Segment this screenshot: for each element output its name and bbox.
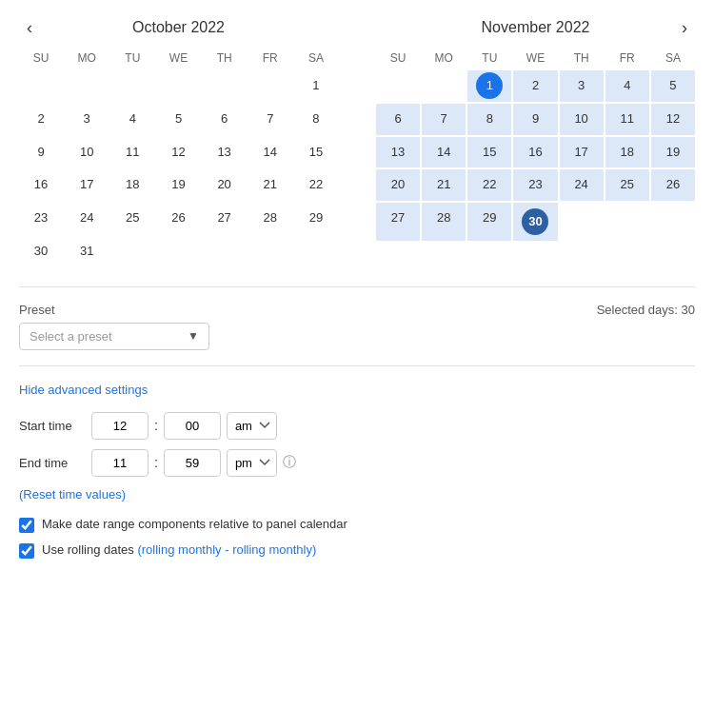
day-cell[interactable]: 9 xyxy=(19,137,63,168)
day-cell[interactable]: 8 xyxy=(467,104,511,135)
day-cell[interactable]: 3 xyxy=(560,70,604,102)
day-cell[interactable]: 30 xyxy=(513,203,557,241)
time-section: Start time : am pm End time : am pm ⓘ xyxy=(19,412,695,477)
day-cell[interactable]: 19 xyxy=(156,169,200,201)
checkbox-row-2: Use rolling dates (rolling monthly - rol… xyxy=(19,542,695,559)
empty-cell xyxy=(248,236,292,267)
november-grid: SUMOTUWETHFRSA12345678910111213141516171… xyxy=(376,48,695,241)
day-cell[interactable]: 17 xyxy=(65,169,109,201)
day-cell[interactable]: 25 xyxy=(605,169,649,201)
section-divider xyxy=(19,286,695,287)
day-cell[interactable]: 14 xyxy=(422,137,466,168)
day-cell[interactable]: 11 xyxy=(110,137,154,168)
day-header: MO xyxy=(422,48,466,69)
day-cell[interactable]: 5 xyxy=(651,70,695,102)
day-cell[interactable]: 29 xyxy=(467,203,511,241)
day-cell[interactable]: 25 xyxy=(110,203,154,234)
day-cell[interactable]: 1 xyxy=(467,70,511,102)
day-cell[interactable]: 31 xyxy=(65,236,109,267)
day-cell[interactable]: 9 xyxy=(513,104,557,135)
empty-cell xyxy=(19,70,63,102)
day-cell[interactable]: 13 xyxy=(203,137,247,168)
start-ampm-select[interactable]: am pm xyxy=(227,412,277,440)
day-cell[interactable]: 22 xyxy=(294,169,338,201)
day-cell[interactable]: 15 xyxy=(467,137,511,168)
day-cell[interactable]: 4 xyxy=(605,70,649,102)
day-cell[interactable]: 28 xyxy=(422,203,466,241)
day-header: TU xyxy=(110,48,154,69)
day-cell[interactable]: 27 xyxy=(203,203,247,234)
empty-cell xyxy=(156,236,200,267)
start-minute-input[interactable] xyxy=(164,412,221,440)
day-cell[interactable]: 16 xyxy=(19,169,63,201)
prev-month-button[interactable]: ‹ xyxy=(19,15,40,40)
day-cell[interactable]: 27 xyxy=(376,203,420,241)
day-cell[interactable]: 2 xyxy=(19,104,63,135)
day-cell[interactable]: 12 xyxy=(156,137,200,168)
day-cell[interactable]: 2 xyxy=(513,70,557,102)
day-cell[interactable]: 23 xyxy=(19,203,63,234)
day-cell[interactable]: 7 xyxy=(248,104,292,135)
next-month-button[interactable]: › xyxy=(674,15,695,40)
preset-dropdown[interactable]: Select a preset ▼ xyxy=(19,323,209,350)
day-cell[interactable]: 29 xyxy=(294,203,338,234)
day-cell[interactable]: 26 xyxy=(156,203,200,234)
day-cell[interactable]: 1 xyxy=(294,70,338,102)
day-cell[interactable]: 30 xyxy=(19,236,63,267)
empty-cell xyxy=(110,70,154,102)
empty-cell xyxy=(651,203,695,241)
day-cell[interactable]: 10 xyxy=(560,104,604,135)
day-cell[interactable]: 10 xyxy=(65,137,109,168)
day-cell[interactable]: 4 xyxy=(110,104,154,135)
day-cell[interactable]: 5 xyxy=(156,104,200,135)
november-title: November 2022 xyxy=(482,19,590,36)
rolling-dates-checkbox[interactable] xyxy=(19,543,34,559)
empty-cell xyxy=(248,70,292,102)
end-time-row: End time : am pm ⓘ xyxy=(19,449,695,477)
day-cell[interactable]: 14 xyxy=(248,137,292,168)
day-cell[interactable]: 18 xyxy=(110,169,154,201)
start-time-label: Start time xyxy=(19,419,86,433)
day-header: SA xyxy=(294,48,338,69)
reset-time-link[interactable]: (Reset time values) xyxy=(19,487,126,502)
day-cell[interactable]: 6 xyxy=(376,104,420,135)
rolling-dates-link: (rolling monthly - rolling monthly) xyxy=(137,542,316,557)
day-cell[interactable]: 26 xyxy=(651,169,695,201)
end-minute-input[interactable] xyxy=(164,449,221,477)
day-cell[interactable]: 22 xyxy=(467,169,511,201)
relative-calendar-checkbox[interactable] xyxy=(19,518,34,533)
day-cell[interactable]: 17 xyxy=(560,137,604,168)
relative-calendar-label: Make date range components relative to p… xyxy=(42,517,347,531)
day-cell[interactable]: 23 xyxy=(513,169,557,201)
start-hour-input[interactable] xyxy=(91,412,149,440)
day-cell[interactable]: 24 xyxy=(65,203,109,234)
start-time-colon: : xyxy=(154,418,158,433)
day-cell[interactable]: 16 xyxy=(513,137,557,168)
empty-cell xyxy=(605,203,649,241)
october-year: 2022 xyxy=(190,19,225,35)
day-cell[interactable]: 13 xyxy=(376,137,420,168)
end-ampm-select[interactable]: am pm xyxy=(227,449,277,477)
hide-advanced-link[interactable]: Hide advanced settings xyxy=(19,383,148,397)
day-cell[interactable]: 7 xyxy=(422,104,466,135)
day-cell[interactable]: 18 xyxy=(605,137,649,168)
day-cell[interactable]: 19 xyxy=(651,137,695,168)
day-cell[interactable]: 6 xyxy=(203,104,247,135)
day-cell[interactable]: 21 xyxy=(248,169,292,201)
day-cell[interactable]: 12 xyxy=(651,104,695,135)
november-calendar: November 2022 › SUMOTUWETHFRSA1234567891… xyxy=(376,19,695,267)
day-cell[interactable]: 11 xyxy=(605,104,649,135)
info-icon[interactable]: ⓘ xyxy=(283,454,296,471)
day-cell[interactable]: 21 xyxy=(422,169,466,201)
day-cell[interactable]: 8 xyxy=(294,104,338,135)
day-cell[interactable]: 3 xyxy=(65,104,109,135)
end-hour-input[interactable] xyxy=(91,449,149,477)
day-cell[interactable]: 20 xyxy=(376,169,420,201)
day-cell[interactable]: 20 xyxy=(203,169,247,201)
day-cell[interactable]: 24 xyxy=(560,169,604,201)
advanced-settings-link-container: Hide advanced settings xyxy=(19,382,695,397)
day-cell[interactable]: 15 xyxy=(294,137,338,168)
day-cell[interactable]: 28 xyxy=(248,203,292,234)
october-header: ‹ October 2022 xyxy=(19,19,338,36)
empty-cell xyxy=(156,70,200,102)
